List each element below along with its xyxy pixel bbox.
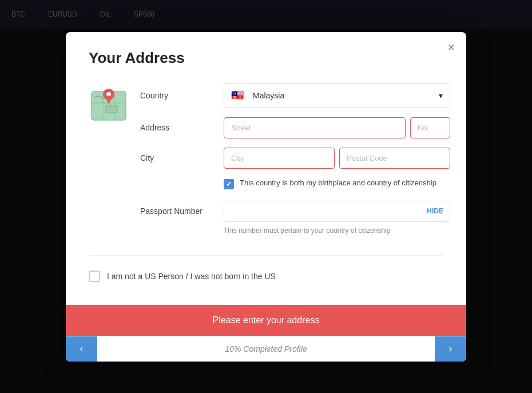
city-input[interactable] bbox=[224, 148, 335, 169]
birthplace-checkbox-label: This country is both my birthplace and c… bbox=[240, 178, 436, 188]
us-person-label: I am not a US Person / I was not born in… bbox=[107, 272, 276, 281]
country-input-group: 🇲🇾 Malaysia ▾ bbox=[224, 83, 450, 108]
svg-rect-4 bbox=[106, 106, 117, 113]
country-flag: 🇲🇾 bbox=[231, 89, 244, 102]
progress-bar-section: ‹ 10% Completed Profile › bbox=[66, 336, 466, 362]
passport-input-wrapper: HIDE bbox=[224, 201, 450, 222]
back-icon: ‹ bbox=[80, 343, 84, 355]
country-row: Country 🇲🇾 Malaysia ▾ bbox=[140, 83, 450, 108]
address-row: Address bbox=[140, 117, 450, 138]
country-value: Malaysia bbox=[253, 91, 284, 100]
back-button[interactable]: ‹ bbox=[66, 336, 97, 362]
close-button[interactable]: × bbox=[447, 41, 455, 54]
progress-text: 10% Completed Profile bbox=[225, 344, 307, 354]
modal-backdrop: × Your Address bbox=[0, 0, 532, 393]
number-input[interactable] bbox=[410, 117, 450, 138]
passport-input[interactable] bbox=[224, 201, 450, 222]
passport-note: This number must pertain to your country… bbox=[224, 227, 450, 235]
address-label: Address bbox=[140, 123, 215, 132]
country-select[interactable]: 🇲🇾 Malaysia ▾ bbox=[224, 83, 450, 108]
city-input-group bbox=[224, 148, 450, 169]
chevron-down-icon: ▾ bbox=[439, 91, 443, 100]
passport-row: Passport Number HIDE bbox=[140, 201, 450, 222]
divider bbox=[89, 255, 443, 256]
city-label: City bbox=[140, 153, 215, 162]
street-input[interactable] bbox=[224, 117, 406, 138]
submit-label: Please enter your address bbox=[213, 315, 320, 325]
country-label: Country bbox=[140, 91, 215, 100]
form-section: Country 🇲🇾 Malaysia ▾ bbox=[89, 83, 443, 246]
forward-button[interactable]: › bbox=[435, 336, 466, 362]
city-row: City bbox=[140, 148, 450, 169]
us-person-row: I am not a US Person / I was not born in… bbox=[89, 265, 443, 293]
address-input-group bbox=[224, 117, 450, 138]
map-icon bbox=[89, 83, 129, 123]
address-modal: × Your Address bbox=[66, 32, 466, 362]
birthplace-checkbox[interactable] bbox=[224, 179, 234, 189]
forward-icon: › bbox=[449, 343, 452, 355]
modal-title: Your Address bbox=[89, 49, 443, 67]
birthplace-checkbox-row: This country is both my birthplace and c… bbox=[224, 178, 450, 189]
hide-passport-button[interactable]: HIDE bbox=[427, 207, 443, 215]
postal-input[interactable] bbox=[339, 148, 450, 169]
form-fields: Country 🇲🇾 Malaysia ▾ bbox=[140, 83, 450, 246]
passport-label: Passport Number bbox=[140, 207, 215, 216]
us-person-checkbox[interactable] bbox=[89, 271, 100, 282]
submit-footer[interactable]: Please enter your address bbox=[66, 305, 466, 336]
